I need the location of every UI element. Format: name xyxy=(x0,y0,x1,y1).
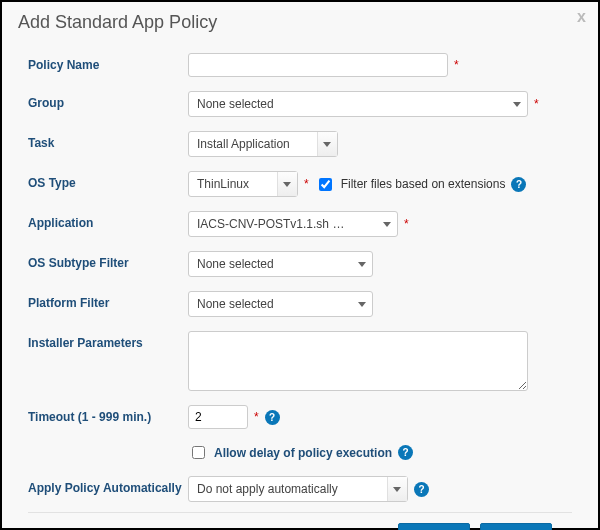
dialog-title: Add Standard App Policy xyxy=(18,12,217,32)
add-standard-app-policy-dialog: Add Standard App Policy x Policy Name * … xyxy=(0,0,600,530)
chevron-down-icon xyxy=(393,487,401,492)
timeout-input[interactable] xyxy=(188,405,248,429)
task-select[interactable]: Install Application xyxy=(188,131,338,157)
chevron-down-icon xyxy=(358,262,366,267)
row-apply-auto: Apply Policy Automatically Do not apply … xyxy=(28,476,572,502)
row-os-subtype: OS Subtype Filter None selected xyxy=(28,251,572,277)
apply-auto-select-text: Do not apply automatically xyxy=(189,477,360,501)
filter-files-checkbox[interactable] xyxy=(319,178,332,191)
help-icon[interactable]: ? xyxy=(265,410,280,425)
row-policy-name: Policy Name * xyxy=(28,53,572,77)
allow-delay-checkbox[interactable] xyxy=(192,446,205,459)
label-group: Group xyxy=(28,91,188,110)
chevron-down-icon xyxy=(358,302,366,307)
os-type-select[interactable]: ThinLinux xyxy=(188,171,298,197)
dialog-body: Policy Name * Group None selected * Task xyxy=(2,41,598,530)
label-os-subtype: OS Subtype Filter xyxy=(28,251,188,270)
row-group: Group None selected * xyxy=(28,91,572,117)
application-select[interactable]: IACS-CNV-POSTv1.1.sh (2 Reposi xyxy=(188,211,398,237)
group-select-text: None selected xyxy=(189,92,296,116)
label-task: Task xyxy=(28,131,188,150)
row-installer-params: Installer Parameters xyxy=(28,331,572,391)
chevron-down-icon xyxy=(513,102,521,107)
dialog-footer: Cancel Save xyxy=(28,523,572,530)
label-timeout: Timeout (1 - 999 min.) xyxy=(28,405,188,424)
row-allow-delay: Allow delay of policy execution ? xyxy=(28,443,572,462)
label-application: Application xyxy=(28,211,188,230)
help-icon[interactable]: ? xyxy=(511,177,526,192)
label-platform: Platform Filter xyxy=(28,291,188,310)
label-installer-params: Installer Parameters xyxy=(28,331,188,350)
row-platform: Platform Filter None selected xyxy=(28,291,572,317)
installer-params-textarea[interactable] xyxy=(188,331,528,391)
footer-divider xyxy=(28,512,572,513)
row-application: Application IACS-CNV-POSTv1.1.sh (2 Repo… xyxy=(28,211,572,237)
cancel-button[interactable]: Cancel xyxy=(398,523,470,530)
allow-delay-label: Allow delay of policy execution xyxy=(214,446,392,460)
help-icon[interactable]: ? xyxy=(398,445,413,460)
help-icon[interactable]: ? xyxy=(414,482,429,497)
close-icon[interactable]: x xyxy=(577,8,586,26)
application-select-text: IACS-CNV-POSTv1.1.sh (2 Reposi xyxy=(189,212,367,236)
row-os-type: OS Type ThinLinux * Filter files based o… xyxy=(28,171,572,197)
required-mark: * xyxy=(254,410,259,424)
os-type-select-text: ThinLinux xyxy=(189,172,271,196)
required-mark: * xyxy=(454,58,459,72)
label-apply-auto: Apply Policy Automatically xyxy=(28,476,188,495)
save-button[interactable]: Save xyxy=(480,523,552,530)
task-select-text: Install Application xyxy=(189,132,312,156)
os-subtype-select[interactable]: None selected xyxy=(188,251,373,277)
label-policy-name: Policy Name xyxy=(28,53,188,72)
row-task: Task Install Application xyxy=(28,131,572,157)
platform-select[interactable]: None selected xyxy=(188,291,373,317)
required-mark: * xyxy=(534,97,539,111)
required-mark: * xyxy=(304,177,309,191)
apply-auto-select[interactable]: Do not apply automatically xyxy=(188,476,408,502)
chevron-down-icon xyxy=(283,182,291,187)
chevron-down-icon xyxy=(323,142,331,147)
os-subtype-select-text: None selected xyxy=(189,252,296,276)
platform-select-text: None selected xyxy=(189,292,296,316)
spacer-label xyxy=(28,443,188,448)
policy-name-input[interactable] xyxy=(188,53,448,77)
required-mark: * xyxy=(404,217,409,231)
dialog-header: Add Standard App Policy x xyxy=(2,2,598,41)
row-timeout: Timeout (1 - 999 min.) * ? xyxy=(28,405,572,429)
label-os-type: OS Type xyxy=(28,171,188,190)
chevron-down-icon xyxy=(383,222,391,227)
group-select[interactable]: None selected xyxy=(188,91,528,117)
filter-files-label: Filter files based on extensions xyxy=(341,177,506,191)
